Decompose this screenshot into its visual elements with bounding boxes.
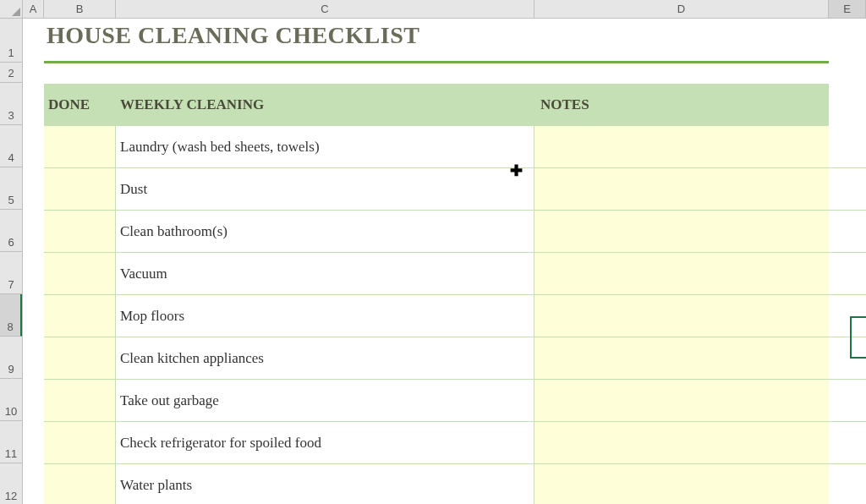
header-done[interactable]: DONE [44, 84, 116, 126]
notes-cell[interactable] [534, 380, 829, 421]
notes-cell[interactable] [534, 337, 829, 379]
row-header-3[interactable]: 3 [0, 83, 22, 125]
table-row: Clean kitchen appliances [44, 337, 866, 380]
table-row: Dust [44, 168, 866, 211]
task-cell[interactable]: Check refrigerator for spoiled food [116, 422, 534, 463]
row-header-9[interactable]: 9 [0, 337, 22, 379]
row-header-5[interactable]: 5 [0, 167, 22, 210]
column-header-e[interactable]: E [829, 0, 866, 18]
task-cell[interactable]: Take out garbage [116, 380, 534, 421]
header-weekly-cleaning[interactable]: WEEKLY CLEANING [116, 84, 534, 126]
table-row: Check refrigerator for spoiled food [44, 422, 866, 464]
task-cell[interactable]: Clean kitchen appliances [116, 337, 534, 379]
table-row: Mop floors [44, 295, 866, 337]
column-headers-row: A B C D E [0, 0, 866, 19]
row-header-1[interactable]: 1 [0, 19, 22, 63]
done-cell[interactable] [44, 464, 116, 504]
row-header-10[interactable]: 10 [0, 379, 22, 421]
done-cell[interactable] [44, 295, 116, 337]
spreadsheet-grid: A B C D E 1 2 3 4 5 6 7 8 9 10 11 12 HOU… [0, 0, 866, 504]
table-row: Laundry (wash bed sheets, towels) [44, 126, 866, 168]
done-cell[interactable] [44, 380, 116, 421]
column-header-a[interactable]: A [23, 0, 44, 18]
table-row: Clean bathroom(s) [44, 211, 866, 253]
task-cell[interactable]: Clean bathroom(s) [116, 211, 534, 252]
table-header-row: DONE WEEKLY CLEANING NOTES [44, 84, 866, 126]
done-cell[interactable] [44, 337, 116, 379]
table-row: Water plants [44, 464, 866, 504]
row-headers-column: 1 2 3 4 5 6 7 8 9 10 11 12 [0, 19, 23, 504]
done-cell[interactable] [44, 211, 116, 252]
task-cell[interactable]: Dust [116, 168, 534, 210]
select-all-corner[interactable] [0, 0, 23, 19]
done-cell[interactable] [44, 168, 116, 210]
column-header-d[interactable]: D [534, 0, 829, 18]
task-cell[interactable]: Water plants [116, 464, 534, 504]
spreadsheet-body: 1 2 3 4 5 6 7 8 9 10 11 12 HOUSE CLEANIN… [0, 19, 866, 504]
notes-cell[interactable] [534, 464, 829, 504]
done-cell[interactable] [44, 253, 116, 294]
done-cell[interactable] [44, 126, 116, 167]
header-notes[interactable]: NOTES [534, 84, 829, 126]
title-row: HOUSE CLEANING CHECKLIST [23, 19, 866, 63]
spacer-row [23, 63, 866, 84]
table-row: Take out garbage [44, 380, 866, 422]
notes-cell[interactable] [534, 422, 829, 463]
task-cell[interactable]: Mop floors [116, 295, 534, 337]
notes-cell[interactable] [534, 211, 829, 252]
grid-cells-area: HOUSE CLEANING CHECKLIST DONE WEEKLY CLE… [23, 19, 866, 504]
column-header-b[interactable]: B [44, 0, 116, 18]
row-header-12[interactable]: 12 [0, 463, 22, 504]
notes-cell[interactable] [534, 253, 829, 294]
row-header-6[interactable]: 6 [0, 210, 22, 252]
task-cell[interactable]: Vacuum [116, 253, 534, 294]
notes-cell[interactable] [534, 295, 829, 337]
title-cell[interactable]: HOUSE CLEANING CHECKLIST [44, 19, 829, 63]
checklist-title: HOUSE CLEANING CHECKLIST [47, 22, 419, 48]
column-header-c[interactable]: C [116, 0, 534, 18]
row-header-11[interactable]: 11 [0, 421, 22, 463]
task-cell[interactable]: Laundry (wash bed sheets, towels) [116, 126, 534, 167]
done-cell[interactable] [44, 422, 116, 463]
row-header-4[interactable]: 4 [0, 125, 22, 167]
notes-cell[interactable] [534, 168, 829, 210]
table-row: Vacuum [44, 253, 866, 295]
row-header-8[interactable]: 8 [0, 294, 22, 337]
notes-cell[interactable] [534, 126, 829, 167]
row-header-2[interactable]: 2 [0, 63, 22, 83]
row-header-7[interactable]: 7 [0, 252, 22, 294]
